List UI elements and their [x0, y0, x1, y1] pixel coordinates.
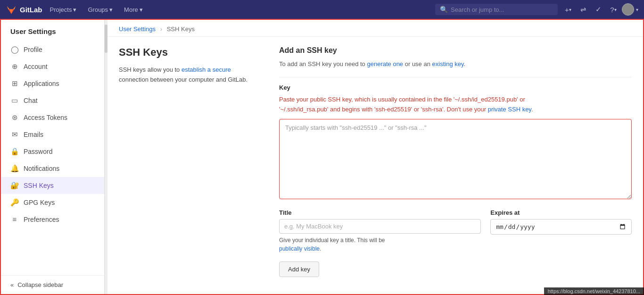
page-description: SSH keys allow you to establish a secure…	[119, 65, 260, 85]
page-title: SSH Keys	[119, 46, 260, 59]
sidebar-item-label: GPG Keys	[24, 199, 55, 206]
profile-icon: ◯	[10, 45, 19, 54]
breadcrumb-separator: ›	[160, 25, 162, 33]
sidebar-item-label: Chat	[24, 97, 38, 104]
chevron-down-icon: ▾	[140, 6, 143, 13]
sidebar-item-label: SSH Keys	[24, 182, 54, 189]
title-label: Title	[279, 209, 481, 216]
help-icon: ?	[610, 6, 614, 14]
sidebar-item-label: Notifications	[24, 165, 59, 172]
sidebar-title: User Settings	[1, 20, 104, 41]
password-icon: 🔒	[10, 147, 19, 156]
sidebar-item-ssh-keys[interactable]: 🔐 SSH Keys	[1, 177, 104, 194]
add-key-info: To add an SSH key you need to generate o…	[279, 59, 632, 69]
emails-icon: ✉	[10, 130, 19, 139]
applications-icon: ⊞	[10, 79, 19, 88]
main-content: User Settings › SSH Keys SSH Keys SSH ke…	[107, 20, 643, 294]
sidebar-item-chat[interactable]: ▭ Chat	[1, 92, 104, 109]
chevron-down-icon: ▾	[109, 6, 113, 13]
sidebar-item-gpg-keys[interactable]: 🔑 GPG Keys	[1, 194, 104, 211]
merge-requests-button[interactable]: ⇌	[577, 3, 590, 16]
nav-projects[interactable]: Projects ▾	[46, 4, 81, 15]
chat-icon: ▭	[10, 96, 19, 105]
sidebar-item-profile[interactable]: ◯ Profile	[1, 41, 104, 58]
chevron-down-icon: ▾	[569, 7, 571, 12]
chevron-down-icon: ▾	[636, 7, 638, 12]
breadcrumb-parent-link[interactable]: User Settings	[119, 25, 156, 33]
brand-name: GitLab	[20, 6, 42, 14]
existing-key-link[interactable]: existing key	[432, 60, 464, 67]
help-button[interactable]: ? ▾	[607, 3, 620, 16]
right-form-panel: Add an SSH key To add an SSH key you nee…	[279, 46, 632, 277]
sidebar-item-account[interactable]: ⊕ Account	[1, 58, 104, 75]
nav-more[interactable]: More ▾	[120, 4, 147, 15]
ssh-key-input[interactable]	[279, 119, 632, 199]
breadcrumb: User Settings › SSH Keys	[107, 20, 643, 37]
navbar-actions: + ▾ ⇌ ✓ ? ▾ ▾	[561, 3, 638, 16]
notifications-icon: 🔔	[10, 164, 19, 173]
sidebar-item-label: Account	[24, 63, 48, 70]
sidebar-item-label: Preferences	[24, 216, 59, 223]
add-key-button[interactable]: Add key	[279, 261, 319, 277]
title-group: Title Give your individual key a title. …	[279, 209, 481, 253]
breadcrumb-current: SSH Keys	[167, 25, 195, 33]
key-hint-text: Paste your public SSH key, which is usua…	[279, 95, 632, 115]
merge-request-icon: ⇌	[580, 5, 586, 14]
title-hint: Give your individual key a title. This w…	[279, 236, 481, 253]
nav-groups[interactable]: Groups ▾	[84, 4, 116, 15]
preferences-icon: ≡	[10, 215, 19, 223]
main-layout: User Settings ◯ Profile ⊕ Account ⊞ Appl…	[0, 19, 644, 295]
establish-secure-link[interactable]: establish a secure	[182, 66, 231, 73]
todo-icon: ✓	[595, 5, 602, 14]
account-icon: ⊕	[10, 62, 19, 71]
new-item-button[interactable]: + ▾	[561, 3, 575, 16]
title-expires-row: Title Give your individual key a title. …	[279, 209, 632, 253]
sidebar-nav: ◯ Profile ⊕ Account ⊞ Applications ▭ Cha…	[1, 41, 104, 275]
status-url: https://blog.csdn.net/weixin_44237810...	[548, 288, 640, 294]
plus-icon: +	[565, 6, 569, 14]
sidebar-item-notifications[interactable]: 🔔 Notifications	[1, 160, 104, 177]
private-key-link[interactable]: private SSH key	[488, 106, 531, 113]
todos-button[interactable]: ✓	[592, 3, 605, 16]
user-avatar[interactable]	[622, 3, 634, 16]
status-bar: https://blog.csdn.net/weixin_44237810...	[544, 287, 644, 295]
collapse-icon: «	[10, 281, 14, 288]
search-icon: 🔍	[440, 6, 448, 13]
brand-logo[interactable]: GitLab	[6, 4, 42, 15]
access-tokens-icon: ⊛	[10, 113, 19, 122]
expires-group: Expires at	[490, 209, 632, 235]
sidebar-item-label: Profile	[24, 46, 42, 53]
sidebar-footer: « Collapse sidebar	[1, 275, 104, 294]
sidebar-item-emails[interactable]: ✉ Emails	[1, 126, 104, 143]
section-title: Add an SSH key	[279, 46, 632, 55]
sidebar-item-password[interactable]: 🔒 Password	[1, 143, 104, 160]
sidebar-item-applications[interactable]: ⊞ Applications	[1, 75, 104, 92]
expires-label: Expires at	[490, 209, 632, 216]
search-bar[interactable]: 🔍	[435, 4, 558, 15]
sidebar-item-label: Password	[24, 148, 52, 155]
sidebar: User Settings ◯ Profile ⊕ Account ⊞ Appl…	[1, 20, 105, 294]
sidebar-scrollbar[interactable]	[105, 20, 107, 294]
sidebar-item-preferences[interactable]: ≡ Preferences	[1, 211, 104, 228]
publicly-visible-link[interactable]: publically visible	[279, 245, 320, 252]
left-description-panel: SSH Keys SSH keys allow you to establish…	[119, 46, 260, 277]
sidebar-item-label: Access Tokens	[24, 114, 67, 121]
chevron-down-icon: ▾	[73, 6, 76, 13]
ssh-keys-icon: 🔐	[10, 181, 19, 190]
gpg-keys-icon: 🔑	[10, 198, 19, 207]
generate-one-link[interactable]: generate one	[367, 60, 403, 67]
chevron-down-icon: ▾	[614, 7, 617, 12]
top-navbar: GitLab Projects ▾ Groups ▾ More ▾ 🔍 + ▾ …	[0, 0, 644, 19]
collapse-sidebar-button[interactable]: « Collapse sidebar	[10, 281, 95, 288]
section-divider	[279, 77, 632, 77]
expires-date-input[interactable]	[490, 219, 632, 235]
key-field-label: Key	[279, 84, 632, 91]
sidebar-item-label: Applications	[24, 80, 59, 87]
sidebar-item-label: Emails	[24, 131, 43, 138]
title-input[interactable]	[279, 219, 481, 234]
sidebar-item-access-tokens[interactable]: ⊛ Access Tokens	[1, 109, 104, 126]
search-input[interactable]	[451, 6, 545, 13]
page-body: SSH Keys SSH keys allow you to establish…	[107, 37, 643, 287]
